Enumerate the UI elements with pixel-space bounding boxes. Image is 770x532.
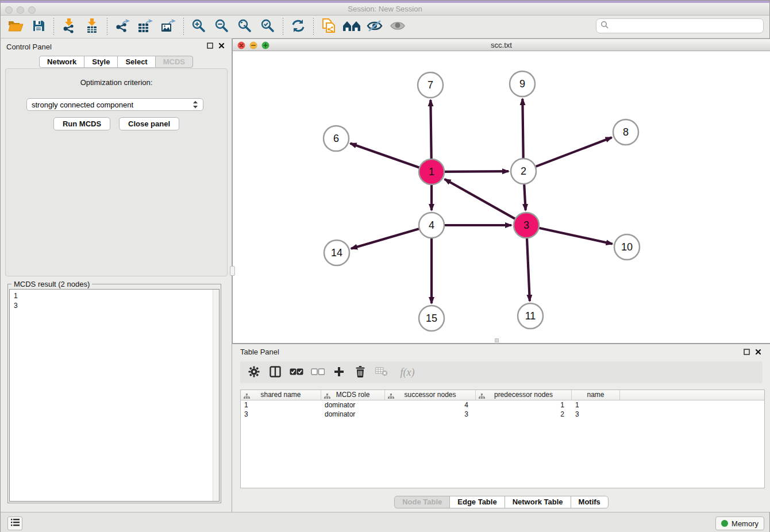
maximize-view-icon[interactable] — [261, 41, 270, 52]
tab-mcds[interactable]: MCDS — [155, 56, 193, 68]
checked-boxes-icon — [290, 368, 303, 377]
zoom-fit-button[interactable] — [233, 17, 256, 37]
zoom-in-button[interactable] — [187, 17, 210, 37]
deselect-all-button[interactable] — [310, 364, 326, 381]
cell-shared-name[interactable]: 1 — [241, 400, 321, 410]
first-neighbors-button[interactable] — [317, 17, 340, 37]
column-header-predecessor-nodes[interactable]: predecessor nodes — [476, 390, 572, 400]
apply-function-button[interactable]: f(x) — [395, 364, 420, 381]
cell-predecessor-nodes[interactable]: 1 — [476, 400, 572, 410]
column-header-successor-nodes[interactable]: successor nodes — [385, 390, 476, 400]
open-session-button[interactable] — [4, 17, 27, 37]
refresh-view-button[interactable] — [287, 17, 310, 37]
table-header-row: shared name MCDS role successor nodes pr… — [241, 390, 764, 400]
delete-column-button[interactable] — [352, 364, 368, 381]
hide-selected-button[interactable] — [363, 17, 386, 37]
documents-share-icon — [321, 18, 336, 36]
export-table-button[interactable] — [134, 17, 157, 37]
tab-network-table[interactable]: Network Table — [505, 496, 571, 508]
graph-node-label: 7 — [428, 79, 433, 91]
split-columns-icon — [270, 366, 281, 379]
cell-predecessor-nodes[interactable]: 2 — [476, 410, 572, 419]
optimization-criterion-label: Optimization criterion: — [6, 78, 227, 87]
column-header-name[interactable]: name — [572, 390, 620, 400]
graph-edge[interactable] — [538, 228, 613, 244]
task-history-button[interactable] — [7, 516, 22, 530]
tab-select[interactable]: Select — [117, 56, 155, 68]
criterion-dropdown[interactable]: strongly connected component — [26, 98, 203, 111]
table-row[interactable]: 1 dominator 4 1 1 — [241, 400, 764, 410]
close-view-icon[interactable] — [237, 41, 245, 52]
save-session-button[interactable] — [27, 17, 50, 37]
table-options-button[interactable] — [246, 364, 262, 381]
graph-edge[interactable] — [351, 229, 421, 249]
import-network-button[interactable] — [57, 17, 80, 37]
graph-edge[interactable] — [524, 183, 526, 210]
result-scrollbar[interactable] — [213, 290, 219, 501]
graph-edge[interactable] — [443, 171, 509, 172]
cell-shared-name[interactable]: 3 — [241, 410, 321, 419]
close-window-button[interactable] — [5, 6, 13, 14]
minimize-window-button[interactable] — [17, 6, 24, 14]
app-title: Session: New Session — [348, 5, 422, 13]
close-table-panel-icon[interactable] — [755, 349, 761, 355]
delete-table-button[interactable] — [374, 364, 390, 381]
graph-node-label: 3 — [523, 219, 529, 231]
minimize-view-icon[interactable] — [249, 41, 257, 52]
download-share-icon — [62, 18, 76, 35]
memory-button[interactable]: Memory — [715, 516, 764, 530]
cell-name[interactable]: 1 — [572, 400, 620, 410]
magnifier-fit-icon — [237, 18, 252, 35]
open-folder-icon — [8, 20, 24, 34]
search-input[interactable] — [611, 22, 763, 30]
canvas-resize-grip[interactable] — [495, 338, 499, 342]
float-panel-icon[interactable] — [207, 43, 213, 49]
splitter-grip[interactable] — [230, 266, 235, 276]
show-column-panel-button[interactable] — [267, 364, 283, 381]
create-column-button[interactable] — [331, 364, 347, 381]
zoom-out-button[interactable] — [210, 17, 233, 37]
control-panel: Control Panel Network Style Select MCDS … — [1, 38, 232, 512]
close-panel-icon[interactable] — [218, 43, 225, 49]
network-canvas[interactable]: 1234678910111415 — [233, 51, 770, 343]
graph-edge[interactable] — [351, 144, 421, 168]
graph-edge[interactable] — [527, 237, 530, 301]
tab-motifs[interactable]: Motifs — [571, 496, 609, 508]
column-header-mcds-role[interactable]: MCDS role — [321, 390, 385, 400]
tab-network[interactable]: Network — [39, 56, 84, 68]
table-panel: Table Panel — [232, 344, 770, 512]
tab-edge-table[interactable]: Edge Table — [449, 496, 505, 508]
cell-mcds-role[interactable]: dominator — [321, 400, 385, 410]
tab-node-table[interactable]: Node Table — [394, 496, 450, 508]
cell-successor-nodes[interactable]: 3 — [385, 410, 476, 419]
mcds-result-list[interactable]: 1 3 — [9, 289, 220, 502]
export-network-button[interactable] — [111, 17, 134, 37]
function-icon: f(x) — [401, 367, 415, 379]
column-header-shared-name[interactable]: shared name — [241, 390, 321, 400]
column-type-icon — [479, 392, 485, 402]
eye-icon — [390, 20, 406, 33]
float-table-panel-icon[interactable] — [744, 349, 750, 355]
cell-successor-nodes[interactable]: 4 — [385, 400, 476, 410]
close-panel-button[interactable]: Close panel — [119, 117, 179, 130]
graph-edge[interactable] — [430, 100, 431, 160]
cell-name[interactable]: 3 — [572, 410, 620, 419]
import-table-button[interactable] — [80, 17, 103, 37]
run-mcds-button[interactable]: Run MCDS — [53, 117, 110, 130]
control-panel-title: Control Panel — [6, 43, 52, 51]
graph-edge[interactable] — [534, 137, 612, 167]
show-all-button[interactable] — [386, 17, 409, 37]
select-all-button[interactable] — [288, 364, 305, 381]
tab-style[interactable]: Style — [84, 56, 118, 68]
zoom-selected-button[interactable] — [256, 17, 279, 37]
two-houses-button[interactable] — [340, 17, 363, 37]
graph-node-label: 11 — [525, 310, 536, 322]
table-row[interactable]: 3 dominator 3 2 3 — [241, 410, 764, 419]
cell-mcds-role[interactable]: dominator — [321, 410, 385, 419]
network-window-titlebar[interactable]: scc.txt — [233, 39, 770, 51]
graph-edge[interactable] — [522, 99, 523, 160]
graph-edge[interactable] — [445, 179, 517, 219]
zoom-window-button[interactable] — [28, 6, 36, 14]
export-image-button[interactable] — [157, 17, 180, 37]
search-field[interactable] — [596, 18, 764, 33]
